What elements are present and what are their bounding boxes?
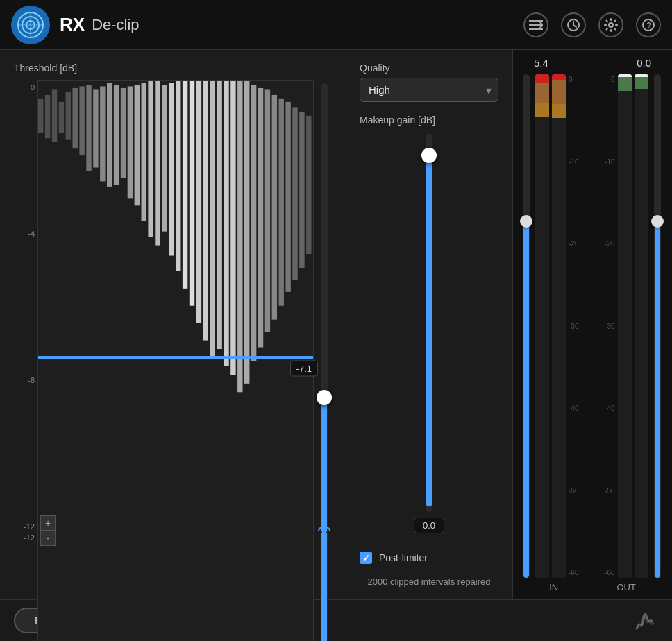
svg-rect-36 [176, 81, 180, 271]
quality-select-wrap: Low Medium High Highest ▾ [360, 78, 498, 102]
post-limiter-checkbox[interactable]: ✓ [360, 552, 372, 564]
header-icons: ? [523, 12, 661, 37]
rx-brand: RX [60, 14, 85, 35]
svg-rect-54 [299, 112, 304, 268]
makeup-section: Makeup gain [dB] 0.0 [360, 114, 498, 533]
svg-rect-34 [162, 85, 167, 232]
svg-rect-20 [66, 92, 71, 140]
right-controls: Quality Low Medium High Highest ▾ Makeup… [346, 50, 512, 599]
svg-rect-19 [59, 102, 64, 133]
quality-label: Quality [360, 62, 498, 74]
settings-icon[interactable] [598, 12, 623, 37]
threshold-slider-top[interactable] [317, 390, 332, 405]
db-label-8-top: -8 [14, 376, 35, 384]
audio-icon[interactable] [630, 607, 658, 635]
svg-rect-25 [100, 86, 105, 181]
svg-rect-22 [79, 86, 84, 155]
makeup-gain-slider[interactable] [421, 148, 437, 163]
svg-text:?: ? [646, 20, 652, 31]
svg-rect-49 [265, 89, 270, 332]
checkmark-icon: ✓ [362, 553, 370, 563]
svg-rect-42 [217, 81, 221, 349]
link-channels-button[interactable] [314, 523, 334, 538]
post-limiter: ✓ Post-limiter [360, 552, 498, 564]
post-limiter-section: ✓ Post-limiter [360, 546, 498, 564]
makeup-label: Makeup gain [dB] [360, 114, 498, 126]
svg-rect-21 [73, 88, 78, 148]
vu-in-peak: 5.4 [534, 57, 548, 69]
threshold-panel: Threshold [dB] 0 -4 -8 -12 -12 -8 -4 0 [0, 50, 346, 599]
svg-rect-28 [121, 88, 126, 178]
svg-rect-24 [93, 89, 98, 167]
db-label-0-top: 0 [14, 83, 35, 92]
vu-in-fader[interactable] [520, 215, 532, 228]
plugin-title: De-clip [92, 16, 139, 34]
svg-rect-52 [285, 102, 290, 292]
threshold-label: Threshold [dB] [14, 62, 332, 74]
logo [11, 6, 50, 44]
post-limiter-label: Post-limiter [379, 552, 428, 563]
svg-rect-48 [258, 88, 263, 348]
svg-point-12 [609, 23, 613, 27]
vu-out-fader[interactable] [651, 215, 664, 228]
db-label-12-top: -12 [14, 522, 35, 531]
db-label-4-top: -4 [14, 230, 35, 238]
threshold-value-top: -7.1 [290, 361, 318, 377]
svg-rect-50 [272, 95, 277, 320]
svg-rect-45 [237, 81, 242, 392]
svg-rect-40 [203, 81, 208, 341]
list-icon[interactable] [523, 12, 548, 37]
vu-meters: 5.4 0.0 [512, 50, 672, 599]
vu-in-scale: 0 -10 -20 -30 -40 -50 -60 [569, 74, 588, 578]
zoom-out-button[interactable]: - [40, 531, 56, 546]
svg-rect-37 [183, 81, 187, 289]
db-label-12-bot: -12 [14, 533, 35, 542]
vu-in-label: IN [549, 582, 558, 592]
svg-rect-46 [244, 81, 249, 384]
svg-rect-32 [148, 81, 153, 237]
svg-rect-29 [128, 86, 133, 198]
svg-rect-41 [210, 81, 215, 357]
zoom-buttons: + - [40, 515, 56, 546]
zoom-in-button[interactable]: + [40, 515, 56, 531]
svg-rect-18 [52, 89, 57, 142]
history-icon[interactable] [561, 12, 586, 37]
svg-rect-23 [86, 85, 91, 171]
header: RX De-clip [0, 0, 672, 50]
vu-peak-row: 5.4 0.0 [520, 57, 665, 69]
svg-rect-55 [306, 116, 311, 254]
svg-rect-38 [190, 81, 194, 306]
svg-rect-47 [251, 85, 256, 361]
vu-out-scale: 0 -10 -20 -30 -40 -50 -60 [596, 74, 615, 578]
svg-rect-43 [224, 81, 228, 366]
svg-rect-16 [38, 99, 43, 133]
waveform-bottom [37, 531, 314, 642]
svg-rect-27 [114, 85, 119, 185]
svg-rect-33 [155, 81, 160, 246]
vu-out-peak: 0.0 [637, 57, 651, 69]
quality-select[interactable]: Low Medium High Highest [360, 78, 498, 102]
svg-rect-53 [292, 107, 297, 280]
svg-point-99 [322, 529, 326, 533]
svg-rect-31 [142, 83, 146, 221]
svg-rect-51 [279, 99, 284, 306]
svg-rect-57 [38, 531, 313, 642]
svg-rect-35 [169, 83, 174, 255]
vu-bottom-labels: IN OUT [520, 582, 665, 595]
status-text: 2000 clipped intervals repaired [360, 576, 498, 587]
svg-rect-17 [45, 95, 50, 138]
svg-rect-26 [107, 83, 112, 186]
svg-rect-39 [196, 81, 201, 323]
svg-rect-30 [135, 85, 140, 205]
vu-out-label: OUT [616, 582, 635, 592]
help-icon[interactable]: ? [636, 12, 661, 37]
main-panel: Threshold [dB] 0 -4 -8 -12 -12 -8 -4 0 [0, 50, 672, 599]
quality-section: Quality Low Medium High Highest ▾ [360, 62, 498, 102]
makeup-value: 0.0 [414, 518, 444, 533]
svg-rect-44 [230, 81, 235, 375]
waveform-top [37, 80, 314, 531]
